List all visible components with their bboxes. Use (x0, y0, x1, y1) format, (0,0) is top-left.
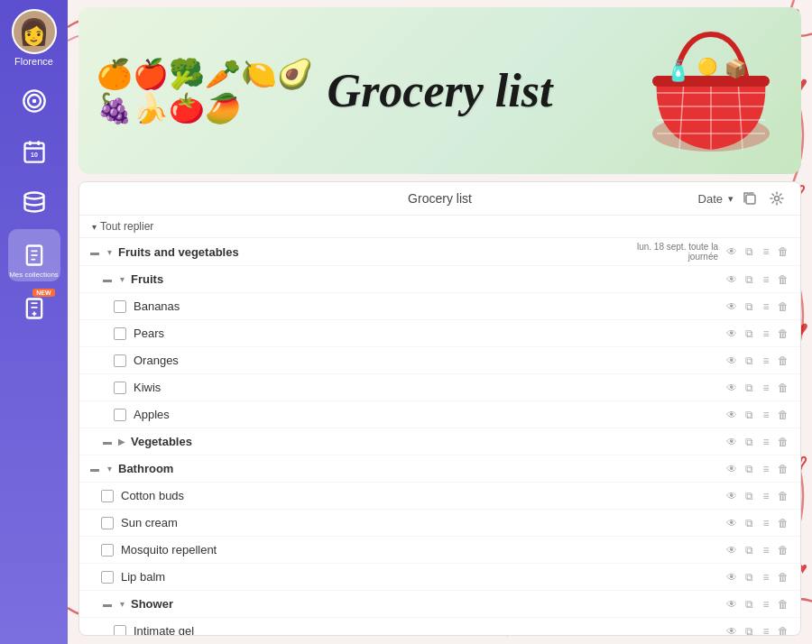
checkbox-mosquito[interactable] (101, 544, 114, 557)
avatar[interactable]: 👩 (12, 9, 57, 54)
copy-icon-k[interactable]: ⧉ (741, 380, 757, 396)
layers-icon-fv[interactable]: ≡ (758, 244, 774, 260)
checkbox-apples[interactable] (114, 409, 126, 421)
checkbox-intimate-gel[interactable] (114, 625, 126, 636)
section-fruits[interactable]: ▬ ▾ Fruits 👁 ⧉ ≡ 🗑 (79, 266, 800, 293)
copy-icon-lb[interactable]: ⧉ (741, 569, 757, 585)
checkbox-cotton-buds[interactable] (101, 490, 114, 502)
section-bathroom[interactable]: ▬ ▾ Bathroom 👁 ⧉ ≡ 🗑 (79, 455, 800, 483)
kiwis-label: Kiwis (134, 381, 724, 394)
copy-icon-sh[interactable]: ⧉ (741, 596, 757, 612)
section-shower[interactable]: ▬ ▾ Shower 👁 ⧉ ≡ 🗑 (79, 591, 800, 618)
layers-icon-ig[interactable]: ≡ (758, 623, 774, 636)
eye-icon-v[interactable]: 👁 (724, 434, 740, 450)
eye-icon-mr[interactable]: 👁 (724, 542, 740, 558)
banner-title: Grocery list (328, 64, 553, 117)
layers-icon-ban[interactable]: ≡ (758, 299, 774, 315)
delete-icon-a[interactable]: 🗑 (775, 407, 791, 423)
checkbox-bananas[interactable] (114, 300, 126, 313)
copy-icon-cb[interactable]: ⧉ (741, 488, 757, 504)
delete-icon-mr[interactable]: 🗑 (775, 542, 791, 558)
delete-icon-o[interactable]: 🗑 (775, 353, 791, 369)
delete-icon-ig[interactable]: 🗑 (775, 623, 791, 636)
layers-icon-lb[interactable]: ≡ (758, 569, 774, 585)
checkbox-lip-balm[interactable] (101, 571, 114, 584)
layers-icon-a[interactable]: ≡ (758, 407, 774, 423)
eye-icon-sc[interactable]: 👁 (724, 515, 740, 531)
delete-icon-k[interactable]: 🗑 (775, 380, 791, 396)
eye-icon-k[interactable]: 👁 (724, 380, 740, 396)
delete-icon-cb[interactable]: 🗑 (775, 488, 791, 504)
eye-icon-a[interactable]: 👁 (724, 407, 740, 423)
copy-icon-mr[interactable]: ⧉ (741, 542, 757, 558)
copy-icon-sc[interactable]: ⧉ (741, 515, 757, 531)
collapse-bathroom[interactable]: ▬ (88, 463, 101, 475)
copy-icon-v[interactable]: ⧉ (741, 434, 757, 450)
eye-icon-bath[interactable]: 👁 (724, 461, 740, 477)
copy-icon-fv[interactable]: ⧉ (741, 244, 757, 260)
eye-icon-ig[interactable]: 👁 (724, 623, 740, 636)
checkbox-oranges[interactable] (114, 354, 126, 367)
eye-icon-p[interactable]: 👁 (724, 326, 740, 342)
delete-icon-lb[interactable]: 🗑 (775, 569, 791, 585)
checkbox-sun-cream[interactable] (101, 517, 114, 529)
collapse-fruits-veg[interactable]: ▬ (88, 245, 101, 258)
delete-icon-ban[interactable]: 🗑 (775, 299, 791, 315)
date-dropdown[interactable]: ▾ (728, 193, 734, 205)
delete-icon-v[interactable]: 🗑 (775, 434, 791, 450)
layers-icon-bath[interactable]: ≡ (758, 461, 774, 477)
eye-icon-f[interactable]: 👁 (724, 271, 740, 288)
eye-icon-o[interactable]: 👁 (724, 353, 740, 369)
copy-icon-p[interactable]: ⧉ (741, 326, 757, 342)
layers-icon-f[interactable]: ≡ (758, 271, 774, 288)
section-fruits-vegetables[interactable]: ▬ ▾ Fruits and vegetables lun. 18 sept. … (79, 238, 800, 266)
expand-fruits-veg[interactable]: ▾ (103, 245, 115, 258)
collapse-veg[interactable]: ▬ (101, 436, 114, 448)
svg-text:🧴: 🧴 (666, 59, 691, 83)
expand-bathroom[interactable]: ▾ (103, 463, 115, 475)
delete-icon-sc[interactable]: 🗑 (775, 515, 791, 531)
layers-icon-mr[interactable]: ≡ (758, 542, 774, 558)
copy-icon-ban[interactable]: ⧉ (741, 299, 757, 315)
checkbox-pears[interactable] (114, 327, 126, 340)
sidebar-item-calendar[interactable]: 10 (8, 128, 60, 175)
sidebar-item-collections[interactable]: Mes collections (8, 229, 60, 281)
sidebar-item-new-doc[interactable]: NEW (8, 285, 60, 332)
delete-icon-fv[interactable]: 🗑 (775, 244, 791, 260)
layers-icon-sh[interactable]: ≡ (758, 596, 774, 612)
layers-icon-o[interactable]: ≡ (758, 353, 774, 369)
layers-icon-v[interactable]: ≡ (758, 434, 774, 450)
expand-veg[interactable]: ▶ (115, 436, 128, 448)
copy-icon-ig[interactable]: ⧉ (741, 623, 757, 636)
eye-icon-fv[interactable]: 👁 (724, 244, 740, 260)
collapse-all-row[interactable]: ▾ Tout replier (79, 216, 800, 238)
expand-fruits[interactable]: ▾ (115, 273, 128, 286)
svg-point-8 (24, 193, 43, 199)
eye-icon-sh[interactable]: 👁 (724, 596, 740, 612)
svg-point-2 (32, 99, 36, 104)
section-vegetables[interactable]: ▬ ▶ Vegetables 👁 ⧉ ≡ 🗑 (79, 428, 800, 455)
layers-icon-k[interactable]: ≡ (758, 380, 774, 396)
delete-icon-sh[interactable]: 🗑 (775, 596, 791, 612)
delete-icon-p[interactable]: 🗑 (775, 326, 791, 342)
collapse-shower[interactable]: ▬ (101, 598, 114, 611)
copy-icon-bath[interactable]: ⧉ (741, 461, 757, 477)
eye-icon-ban[interactable]: 👁 (724, 299, 740, 315)
delete-icon-f[interactable]: 🗑 (775, 271, 791, 288)
expand-shower[interactable]: ▾ (115, 598, 128, 611)
copy-icon-a[interactable]: ⧉ (741, 407, 757, 423)
copy-button[interactable] (739, 188, 761, 209)
copy-icon-f[interactable]: ⧉ (741, 271, 757, 288)
delete-icon-bath[interactable]: 🗑 (775, 461, 791, 477)
collapse-fruits[interactable]: ▬ (101, 273, 114, 286)
layers-icon-cb[interactable]: ≡ (758, 488, 774, 504)
copy-icon-o[interactable]: ⧉ (741, 353, 757, 369)
sidebar-item-database[interactable] (8, 179, 60, 225)
checkbox-kiwis[interactable] (114, 382, 126, 394)
eye-icon-lb[interactable]: 👁 (724, 569, 740, 585)
eye-icon-cb[interactable]: 👁 (724, 488, 740, 504)
layers-icon-sc[interactable]: ≡ (758, 515, 774, 531)
layers-icon-p[interactable]: ≡ (758, 326, 774, 342)
settings-button[interactable] (766, 188, 788, 209)
sidebar-item-goals[interactable] (8, 78, 60, 124)
